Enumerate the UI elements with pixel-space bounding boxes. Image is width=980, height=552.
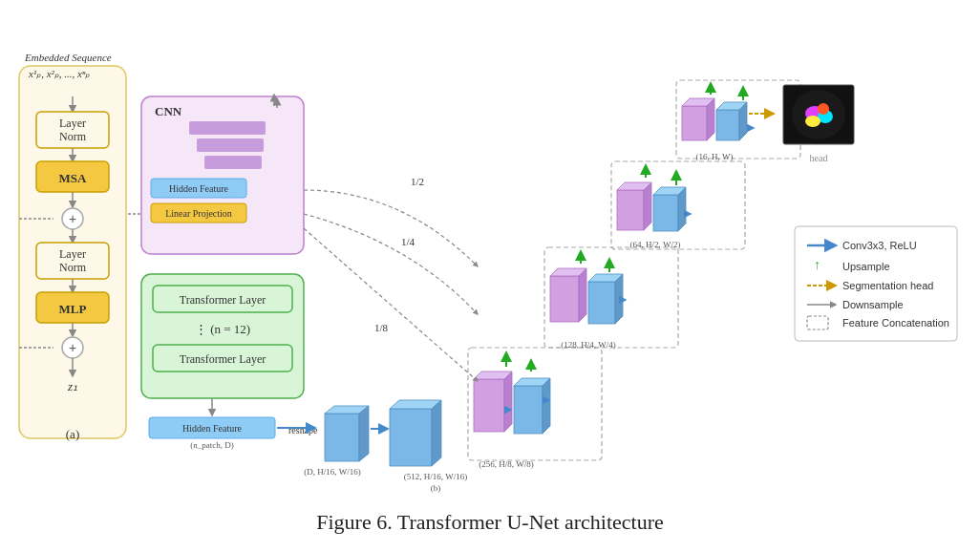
svg-rect-50 — [325, 414, 359, 461]
svg-text:z₁: z₁ — [67, 379, 77, 393]
svg-text:(D, H/16, W/16): (D, H/16, W/16) — [304, 467, 360, 477]
svg-text:Conv3x3, ReLU: Conv3x3, ReLU — [842, 240, 917, 251]
svg-marker-80 — [588, 274, 623, 282]
svg-point-22 — [62, 337, 83, 358]
svg-marker-51 — [325, 406, 369, 414]
svg-text:(512, H/16, W/16): (512, H/16, W/16) — [404, 472, 467, 481]
svg-text:Upsample: Upsample — [842, 261, 890, 272]
svg-text:(a): (a) — [66, 427, 79, 441]
svg-rect-76 — [550, 276, 579, 322]
svg-rect-39 — [153, 286, 292, 312]
svg-marker-81 — [615, 274, 623, 324]
svg-text:Feature Concatenation: Feature Concatenation — [842, 317, 949, 329]
svg-marker-69 — [543, 378, 550, 434]
svg-text:1/4: 1/4 — [401, 236, 415, 247]
svg-text:1/2: 1/2 — [411, 176, 424, 187]
svg-marker-88 — [653, 187, 686, 195]
svg-text:(64, H/2, W/2): (64, H/2, W/2) — [630, 240, 681, 249]
svg-text:Embedded Sequence: Embedded Sequence — [24, 52, 112, 63]
svg-point-102 — [792, 90, 845, 139]
svg-rect-127 — [807, 316, 828, 329]
svg-point-106 — [818, 103, 829, 115]
svg-rect-44 — [149, 417, 275, 438]
svg-text:Norm: Norm — [59, 130, 87, 143]
svg-marker-78 — [579, 268, 586, 322]
svg-text:CNN: CNN — [155, 104, 182, 118]
svg-text:(n_patch, D): (n_patch, D) — [190, 440, 233, 450]
svg-marker-94 — [707, 98, 714, 140]
svg-rect-118 — [795, 226, 957, 341]
svg-text:+: + — [69, 211, 76, 226]
svg-marker-77 — [550, 268, 586, 276]
svg-point-105 — [805, 116, 820, 127]
svg-text:Segmentation head: Segmentation head — [842, 280, 933, 291]
svg-rect-31 — [197, 138, 264, 152]
svg-text:Transformer Layer: Transformer Layer — [180, 352, 266, 366]
svg-text:MSA: MSA — [59, 171, 88, 185]
svg-rect-8 — [36, 161, 109, 192]
svg-rect-101 — [783, 85, 854, 144]
svg-rect-95 — [716, 110, 739, 140]
svg-text:Transformer Layer: Transformer Layer — [180, 293, 266, 307]
svg-text:Layer: Layer — [59, 117, 86, 130]
svg-text:↑: ↑ — [814, 257, 820, 272]
svg-text:x¹ₚ, x²ₚ, ..., xⁿₚ: x¹ₚ, x²ₚ, ..., xⁿₚ — [28, 68, 90, 79]
svg-marker-96 — [716, 102, 747, 110]
svg-marker-68 — [514, 378, 550, 386]
svg-marker-93 — [682, 98, 714, 106]
svg-rect-35 — [151, 203, 246, 223]
svg-rect-32 — [204, 156, 262, 169]
svg-rect-0 — [19, 66, 126, 438]
svg-rect-63 — [676, 80, 800, 159]
svg-text:Layer: Layer — [59, 247, 86, 261]
svg-text:(128, H/4, W/4): (128, H/4, W/4) — [561, 340, 615, 350]
svg-text:Downsample: Downsample — [842, 299, 904, 310]
svg-rect-92 — [682, 106, 707, 140]
svg-text:1/8: 1/8 — [374, 322, 389, 333]
svg-marker-85 — [617, 182, 651, 190]
svg-rect-38 — [141, 274, 304, 398]
svg-rect-30 — [189, 121, 266, 135]
svg-point-103 — [805, 106, 824, 121]
svg-rect-19 — [36, 292, 109, 323]
svg-marker-56 — [432, 400, 441, 466]
svg-rect-79 — [588, 282, 615, 324]
svg-rect-62 — [611, 161, 745, 249]
svg-rect-61 — [544, 247, 678, 348]
svg-marker-55 — [390, 400, 441, 409]
main-container: { "figure": { "caption": "Figure 6. Tran… — [0, 0, 980, 552]
svg-marker-86 — [644, 182, 651, 230]
svg-rect-54 — [390, 409, 432, 466]
svg-text:Hidden Feature: Hidden Feature — [169, 183, 228, 194]
svg-text:+: + — [69, 340, 76, 355]
svg-text:(16, H, W): (16, H, W) — [696, 152, 734, 161]
svg-marker-97 — [739, 102, 747, 140]
svg-rect-60 — [468, 348, 602, 460]
svg-text:⋮  (n = 12): ⋮ (n = 12) — [195, 322, 250, 336]
svg-rect-42 — [153, 345, 292, 372]
svg-point-104 — [818, 110, 833, 123]
svg-rect-15 — [36, 243, 109, 279]
svg-text:head: head — [810, 153, 828, 163]
svg-text:Hidden Feature: Hidden Feature — [182, 423, 242, 434]
svg-rect-67 — [514, 386, 543, 434]
svg-text:Linear Projection: Linear Projection — [165, 208, 232, 219]
svg-rect-28 — [141, 96, 304, 254]
svg-text:MLP: MLP — [59, 302, 87, 316]
svg-text:(b): (b) — [431, 483, 441, 493]
svg-text:(256, H/8, W/8): (256, H/8, W/8) — [479, 459, 533, 469]
svg-rect-87 — [653, 195, 678, 231]
svg-marker-66 — [504, 372, 512, 432]
svg-text:Norm: Norm — [59, 261, 87, 274]
svg-marker-89 — [678, 187, 686, 231]
svg-rect-84 — [617, 190, 644, 230]
figure-caption: Figure 6. Transformer U-Net architecture — [0, 510, 980, 535]
svg-rect-64 — [474, 379, 504, 432]
svg-rect-33 — [151, 179, 246, 198]
svg-rect-4 — [36, 112, 109, 148]
svg-text:reshape: reshape — [288, 425, 318, 435]
svg-marker-52 — [359, 406, 369, 461]
svg-marker-65 — [474, 372, 512, 379]
svg-point-11 — [62, 208, 83, 229]
